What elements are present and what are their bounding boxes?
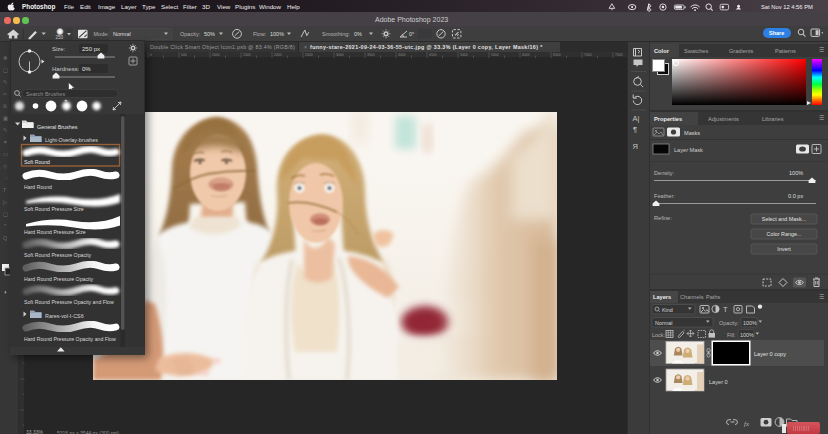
svg-text:Flow:: Flow: (253, 31, 267, 37)
svg-text:✎: ✎ (3, 79, 8, 85)
svg-text:.: . (139, 46, 140, 52)
svg-text:Hard Round Pressure Opacity: Hard Round Pressure Opacity (24, 275, 94, 281)
svg-text:Q: Q (3, 235, 8, 241)
svg-text:0%: 0% (82, 65, 91, 71)
svg-text:500: 500 (181, 53, 187, 57)
svg-text:Invert: Invert (777, 246, 791, 252)
svg-text:250 px: 250 px (82, 45, 100, 51)
svg-text:Masks: Masks (684, 130, 700, 136)
svg-text:✎: ✎ (3, 127, 8, 133)
svg-text:5000: 5000 (460, 53, 468, 57)
svg-text:▢: ▢ (3, 211, 8, 217)
svg-text:Layer 0 copy: Layer 0 copy (754, 351, 786, 357)
svg-text:1000: 1000 (212, 53, 220, 57)
svg-text:100%: 100% (740, 332, 754, 338)
svg-text:★: ★ (64, 97, 68, 102)
svg-text:Hard Round Pressure Opacity an: Hard Round Pressure Opacity and Flow (24, 335, 116, 341)
svg-text:◾: ◾ (3, 174, 10, 182)
svg-text:Fill:: Fill: (727, 332, 735, 338)
svg-text:General Brushes: General Brushes (37, 123, 78, 129)
svg-text:⌃: ⌃ (3, 223, 8, 229)
svg-text:Kind: Kind (662, 307, 673, 313)
svg-text:✥: ✥ (3, 55, 8, 61)
svg-text:Soft Round Pressure Opacity an: Soft Round Pressure Opacity and Flow (24, 298, 114, 304)
svg-text:5500: 5500 (491, 53, 499, 57)
svg-text:Soft Round Pressure Opacity: Soft Round Pressure Opacity (24, 252, 92, 258)
svg-text:Smoothing:: Smoothing: (322, 31, 350, 37)
svg-text:◇: ◇ (3, 163, 8, 169)
svg-text:Я: Я (633, 142, 638, 151)
svg-text:Hard Round: Hard Round (24, 183, 52, 189)
svg-text:0.0 px: 0.0 px (788, 193, 803, 199)
svg-text:4500: 4500 (429, 53, 437, 57)
svg-text:Opacity:: Opacity: (180, 31, 201, 37)
svg-text:Normal: Normal (113, 31, 131, 37)
svg-text:Soft Round: Soft Round (24, 159, 50, 165)
svg-text:✂: ✂ (3, 91, 8, 97)
svg-text:3500: 3500 (367, 53, 375, 57)
svg-text:7000: 7000 (584, 53, 592, 57)
svg-text:⧉: ⧉ (3, 103, 7, 109)
svg-text:Hard Round Pressure Size: Hard Round Pressure Size (24, 229, 86, 235)
svg-text:Hardness:: Hardness: (52, 65, 80, 71)
svg-text:Density:: Density: (654, 170, 675, 176)
svg-text:4000: 4000 (398, 53, 406, 57)
svg-text:▢: ▢ (3, 67, 8, 73)
svg-text:100%: 100% (270, 31, 284, 37)
svg-text:100%: 100% (789, 170, 803, 176)
svg-text:50%: 50% (204, 31, 215, 37)
svg-text:▷: ▷ (3, 199, 8, 205)
svg-text:0°: 0° (409, 31, 414, 37)
svg-text:0: 0 (150, 53, 152, 57)
svg-text:Soft Round Pressure Size: Soft Round Pressure Size (24, 206, 84, 212)
svg-text:6000: 6000 (522, 53, 530, 57)
svg-text:✦: ✦ (3, 139, 8, 145)
svg-text:▣: ▣ (3, 115, 8, 121)
svg-text:Normal: Normal (655, 320, 672, 326)
svg-text:Lock:: Lock: (652, 332, 665, 338)
svg-text:Layer 0: Layer 0 (709, 379, 728, 385)
svg-text:Rares-vol-I-CS6: Rares-vol-I-CS6 (45, 312, 84, 318)
svg-text:Select and Mask...: Select and Mask... (762, 216, 806, 222)
svg-text:Light-Overlay-brushes: Light-Overlay-brushes (45, 136, 98, 142)
svg-text:Color Range...: Color Range... (767, 231, 802, 237)
svg-text:1500: 1500 (243, 53, 251, 57)
svg-text:fx: fx (744, 420, 750, 428)
svg-text:T: T (723, 305, 728, 314)
svg-text:Search Brushes: Search Brushes (26, 91, 65, 97)
svg-text:T: T (3, 187, 7, 193)
svg-text:.: . (392, 35, 393, 40)
svg-text:◑: ◑ (3, 289, 7, 295)
svg-text:A|: A| (633, 114, 640, 123)
svg-text:100%: 100% (743, 320, 757, 326)
svg-text:7500: 7500 (615, 53, 623, 57)
svg-text:Size:: Size: (52, 45, 66, 51)
svg-text:Refine:: Refine: (654, 215, 672, 221)
svg-text:6500: 6500 (553, 53, 561, 57)
svg-text:Mode:: Mode: (94, 31, 110, 37)
svg-text:Opacity:: Opacity: (719, 320, 739, 326)
svg-text:Layer Mask: Layer Mask (674, 147, 703, 153)
svg-text:2000: 2000 (274, 53, 282, 57)
svg-text:Feather:: Feather: (654, 193, 675, 199)
svg-text:Sat Nov 12 4:56 PM: Sat Nov 12 4:56 PM (761, 4, 813, 10)
svg-text:¶: ¶ (633, 125, 637, 134)
svg-text:▭: ▭ (3, 151, 8, 157)
svg-text:3000: 3000 (336, 53, 344, 57)
svg-text:2500: 2500 (305, 53, 313, 57)
svg-text:0%: 0% (354, 31, 362, 37)
